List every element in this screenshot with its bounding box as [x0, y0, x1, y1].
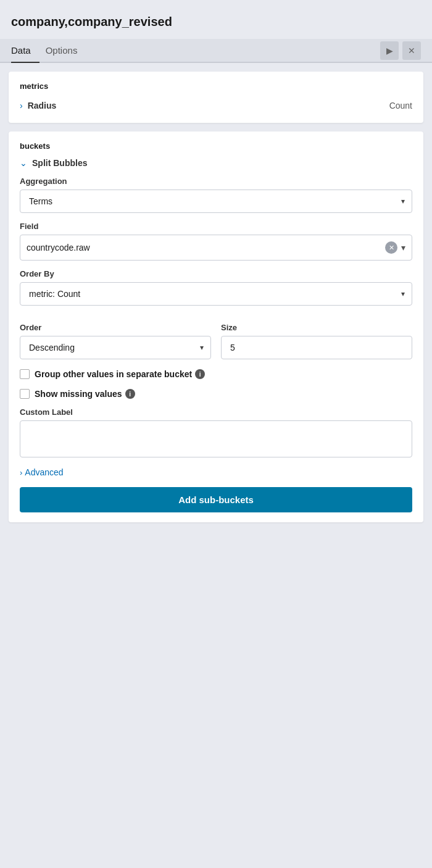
aggregation-select[interactable]: Terms Significant Terms Filters Histogra…	[20, 190, 412, 213]
page-title: company,company_revised	[0, 10, 432, 39]
buckets-section-title: buckets	[20, 141, 412, 151]
field-input-wrapper: ✕ ▾	[20, 235, 412, 261]
order-size-row: Order Descending Ascending ▾ Size	[20, 314, 412, 359]
size-input[interactable]	[221, 336, 412, 359]
aggregation-select-wrapper: Terms Significant Terms Filters Histogra…	[20, 190, 412, 213]
tab-data[interactable]: Data	[11, 39, 39, 63]
close-button[interactable]: ✕	[402, 41, 421, 60]
aggregation-label: Aggregation	[20, 177, 412, 186]
field-dropdown-button[interactable]: ▾	[401, 243, 405, 252]
run-button[interactable]: ▶	[380, 41, 399, 60]
group-other-checkbox[interactable]	[20, 369, 30, 379]
metric-value: Count	[389, 101, 412, 111]
split-bubbles-expand-icon[interactable]: ⌄	[20, 158, 27, 168]
order-by-select[interactable]: metric: Count Alphabetical Custom	[20, 282, 412, 306]
order-by-label: Order By	[20, 269, 412, 278]
buckets-card: buckets ⌄ Split Bubbles Aggregation Term…	[9, 131, 423, 522]
tabs-bar: Data Options ▶ ✕	[0, 39, 432, 63]
order-by-select-wrapper: metric: Count Alphabetical Custom ▾	[20, 282, 412, 306]
metrics-card: metrics › Radius Count	[9, 72, 423, 123]
order-col: Order Descending Ascending ▾	[20, 314, 211, 359]
custom-label-input[interactable]	[20, 420, 412, 457]
show-missing-label: Show missing values i	[35, 389, 135, 399]
show-missing-info-icon[interactable]: i	[125, 389, 135, 399]
field-clear-button[interactable]: ✕	[385, 241, 397, 254]
metric-expand-icon[interactable]: ›	[20, 101, 23, 111]
size-label: Size	[221, 323, 412, 332]
field-input[interactable]	[27, 243, 385, 252]
tabs-actions: ▶ ✕	[380, 41, 421, 60]
add-subbuckets-button[interactable]: Add sub-buckets	[20, 487, 412, 512]
order-select-wrapper: Descending Ascending ▾	[20, 336, 211, 359]
tab-options[interactable]: Options	[46, 39, 86, 63]
show-missing-checkbox[interactable]	[20, 389, 30, 399]
group-other-checkbox-row: Group other values in separate bucket i	[20, 369, 412, 379]
field-label: Field	[20, 222, 412, 231]
show-missing-checkbox-row: Show missing values i	[20, 389, 412, 399]
advanced-link[interactable]: › Advanced	[20, 467, 64, 477]
order-select[interactable]: Descending Ascending	[20, 336, 211, 359]
custom-label-label: Custom Label	[20, 407, 412, 417]
order-label: Order	[20, 323, 211, 332]
advanced-chevron-icon: ›	[20, 468, 22, 477]
size-col: Size	[221, 314, 412, 359]
metric-label: Radius	[28, 101, 389, 111]
metrics-section-title: metrics	[20, 81, 412, 91]
split-bubbles-label: Split Bubbles	[32, 158, 87, 168]
metric-row: › Radius Count	[20, 98, 412, 113]
group-other-label: Group other values in separate bucket i	[35, 369, 205, 379]
split-bubbles-header: ⌄ Split Bubbles	[20, 158, 412, 168]
group-other-info-icon[interactable]: i	[195, 369, 205, 379]
advanced-label: Advanced	[25, 467, 63, 477]
